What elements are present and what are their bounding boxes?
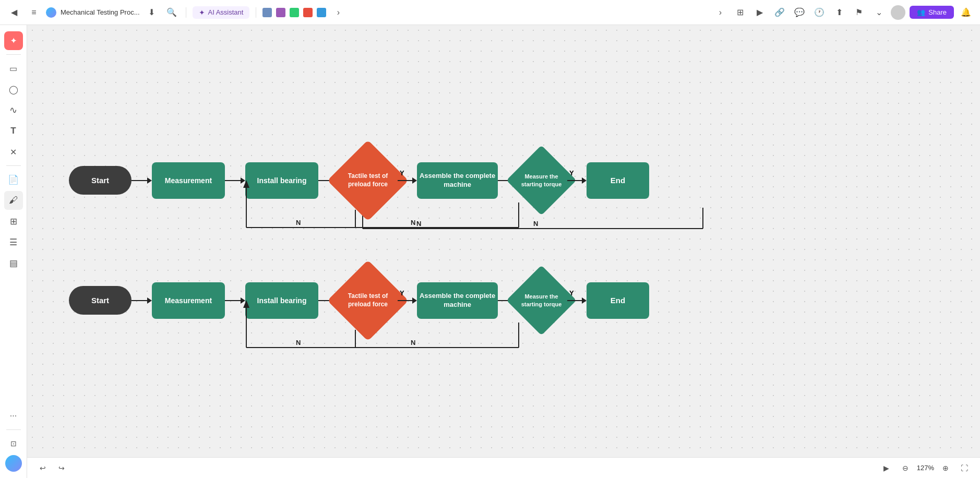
sidebar-item-shape[interactable]: ◯ [4, 80, 23, 99]
flow-node-end-2[interactable]: End [587, 282, 649, 319]
svg-text:N: N [296, 339, 301, 346]
canvas[interactable]: N N Start Measurement [27, 25, 980, 478]
diamond-container-1: Tactile test of preload force [338, 150, 398, 210]
flow-node-install-bearing-2[interactable]: Install bearing [245, 282, 318, 319]
export-icon[interactable]: ⬆ [831, 5, 847, 20]
arrow-1f: Y [567, 177, 587, 184]
redo-button[interactable]: ↪ [54, 461, 69, 475]
comment-icon[interactable]: 💬 [792, 5, 807, 20]
flow-node-tactile-1[interactable]: Tactile test of preload force [327, 140, 409, 221]
flow-row-2: Start Measurement Install bearing [69, 270, 649, 330]
sidebar-item-pages[interactable]: ⊡ [4, 434, 23, 453]
zoom-level: 127% [917, 464, 934, 472]
flow-node-torque-2[interactable]: Measure the starting torque [506, 265, 576, 335]
share-label: Share [928, 8, 947, 16]
arrow-1a [132, 177, 152, 184]
sidebar-divider-1 [6, 54, 21, 55]
sidebar-item-connector[interactable]: ✕ [4, 142, 23, 161]
sidebar: ✦ ▭ ◯ ∿ T ✕ 📄 🖌 ⊞ ☰ ▤ ··· ⊡ [0, 25, 27, 478]
arrow-1b [225, 177, 245, 184]
ai-assistant-button[interactable]: ✦ AI Assistant [193, 6, 250, 19]
sidebar-item-sticky[interactable]: 📄 [4, 170, 23, 189]
integration-icon-1[interactable] [262, 8, 272, 17]
more-integrations-button[interactable]: › [330, 5, 346, 20]
notification-button[interactable]: 🔔 [958, 5, 974, 20]
flow-node-start-2[interactable]: Start [69, 286, 132, 315]
play-icon[interactable]: ▶ [752, 5, 768, 20]
zoom-out-button[interactable]: ⊖ [898, 461, 913, 475]
integration-icon-5[interactable] [317, 8, 326, 17]
back-button[interactable]: ◀ [6, 5, 22, 20]
flow-node-torque-1[interactable]: Measure the starting torque [506, 145, 576, 215]
flow-node-assemble-2[interactable]: Assemble the complete machine [417, 282, 498, 319]
pointer-tool-button[interactable]: ▶ [879, 461, 894, 475]
flow-node-assemble-1[interactable]: Assemble the complete machine [417, 162, 498, 199]
chevron-right-icon[interactable]: › [712, 5, 728, 20]
bottom-left: ↩ ↪ [35, 461, 69, 475]
sidebar-item-grid[interactable]: ⊞ [4, 212, 23, 231]
undo-button[interactable]: ↩ [35, 461, 50, 475]
zoom-in-button[interactable]: ⊕ [938, 461, 953, 475]
flow-node-measurement-1[interactable]: Measurement [152, 162, 225, 199]
bottom-right: ▶ ⊖ 127% ⊕ ⛶ [879, 461, 972, 475]
sidebar-divider-3 [6, 429, 21, 430]
sidebar-item-table[interactable]: ▤ [4, 254, 23, 272]
sidebar-divider-2 [6, 165, 21, 166]
arrow-2f: Y [567, 297, 587, 304]
flow-node-tactile-2[interactable]: Tactile test of preload force [327, 260, 409, 341]
sidebar-item-frame[interactable]: ▭ [4, 59, 23, 78]
arrow-2a [132, 297, 152, 304]
y-label-3: Y [400, 289, 404, 297]
divider2 [256, 7, 256, 18]
sidebar-logo[interactable]: ✦ [4, 31, 23, 50]
sidebar-avatar[interactable] [5, 455, 22, 472]
flow-node-install-bearing-1[interactable]: Install bearing [245, 162, 318, 199]
history-icon[interactable]: 🕐 [811, 5, 827, 20]
share-link-icon[interactable]: 🔗 [772, 5, 787, 20]
toolbar-right: › ⊞ ▶ 🔗 💬 🕐 ⬆ ⚑ ⌄ 👥 Share 🔔 [712, 5, 974, 20]
sidebar-item-list[interactable]: ☰ [4, 233, 23, 252]
share-button[interactable]: 👥 Share [910, 6, 954, 19]
ai-assistant-label: AI Assistant [208, 8, 244, 16]
arrow-2b [225, 297, 245, 304]
avatar[interactable] [891, 5, 905, 20]
flow-node-start-1[interactable]: Start [69, 166, 132, 195]
svg-text:N: N [416, 220, 421, 228]
chevron-down-icon[interactable]: ⌄ [871, 5, 887, 20]
flow-node-measurement-2[interactable]: Measurement [152, 282, 225, 319]
arrow-1d: Y [398, 177, 417, 184]
menu-button[interactable]: ≡ [26, 5, 42, 20]
svg-text:N: N [411, 339, 415, 346]
svg-text:N: N [296, 219, 301, 226]
y-label-1: Y [400, 169, 404, 177]
flow-node-end-1[interactable]: End [587, 162, 649, 199]
toolbar-left: ◀ ≡ Mechanical Testing Proc... ⬇ 🔍 ✦ AI … [6, 5, 708, 20]
y-label-4: Y [569, 289, 574, 297]
app-logo [46, 7, 56, 18]
torque-diamond-container-1: Measure the starting torque [515, 154, 567, 207]
svg-text:N: N [411, 219, 415, 226]
arrow-2d: Y [398, 297, 417, 304]
search-button[interactable]: 🔍 [164, 5, 180, 20]
download-button[interactable]: ⬇ [144, 5, 160, 20]
torque-diamond-container-2: Measure the starting torque [515, 274, 567, 327]
y-label-2: Y [569, 169, 574, 177]
fit-screen-button[interactable]: ⛶ [957, 461, 972, 475]
sidebar-bottom: ··· ⊡ [4, 407, 23, 472]
bottom-bar: ↩ ↪ ▶ ⊖ 127% ⊕ ⛶ [27, 457, 980, 478]
sidebar-item-more[interactable]: ··· [4, 407, 23, 425]
divider [186, 7, 186, 18]
integration-icon-3[interactable] [290, 8, 299, 17]
present-icon[interactable]: ⊞ [732, 5, 748, 20]
doc-title: Mechanical Testing Proc... [61, 8, 140, 16]
toolbar: ◀ ≡ Mechanical Testing Proc... ⬇ 🔍 ✦ AI … [0, 0, 980, 25]
integration-icon-2[interactable] [276, 8, 285, 17]
sidebar-item-pen[interactable]: ∿ [4, 101, 23, 120]
flow-row-1: Start Measurement Install bearing [69, 150, 649, 210]
svg-text:N: N [533, 220, 538, 228]
integration-icon-4[interactable] [303, 8, 313, 17]
diamond-container-2: Tactile test of preload force [338, 270, 398, 330]
flag-icon[interactable]: ⚑ [851, 5, 867, 20]
sidebar-item-brush[interactable]: 🖌 [4, 191, 23, 210]
sidebar-item-text[interactable]: T [4, 122, 23, 140]
